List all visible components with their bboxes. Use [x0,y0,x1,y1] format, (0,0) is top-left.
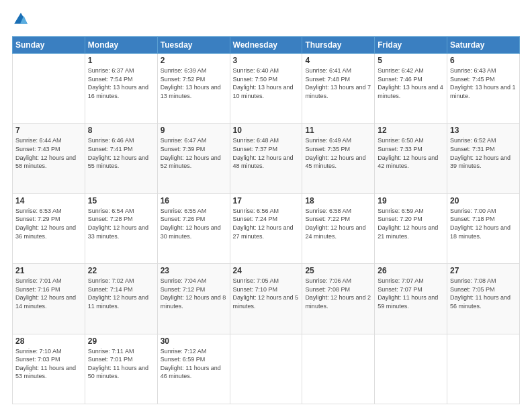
calendar-cell: 18Sunrise: 6:58 AMSunset: 7:22 PMDayligh… [302,193,375,263]
day-number: 28 [15,336,82,346]
day-detail: Sunrise: 7:04 AMSunset: 7:12 PMDaylight:… [161,277,227,310]
day-detail: Sunrise: 7:00 AMSunset: 7:18 PMDaylight:… [450,207,517,240]
weekday-header-monday: Monday [85,37,157,54]
day-number: 26 [378,266,444,275]
calendar-cell: 5Sunrise: 6:42 AMSunset: 7:46 PMDaylight… [375,54,447,124]
weekday-header-row: SundayMondayTuesdayWednesdayThursdayFrid… [13,37,520,54]
day-detail: Sunrise: 6:46 AMSunset: 7:41 PMDaylight:… [88,136,154,170]
calendar-cell: 25Sunrise: 7:06 AMSunset: 7:08 PMDayligh… [302,264,375,334]
day-number: 29 [88,336,154,346]
day-number: 7 [15,126,82,135]
day-number: 1 [88,56,154,65]
weekday-header-wednesday: Wednesday [230,37,302,54]
calendar-cell: 26Sunrise: 7:07 AMSunset: 7:07 PMDayligh… [375,264,447,334]
calendar-cell: 6Sunrise: 6:43 AMSunset: 7:45 PMDaylight… [447,54,520,124]
calendar-cell: 7Sunrise: 6:44 AMSunset: 7:43 PMDaylight… [13,124,85,193]
day-number: 13 [450,126,517,135]
calendar-cell: 20Sunrise: 7:00 AMSunset: 7:18 PMDayligh… [447,193,520,263]
day-detail: Sunrise: 7:08 AMSunset: 7:05 PMDaylight:… [450,277,517,310]
day-detail: Sunrise: 6:44 AMSunset: 7:43 PMDaylight:… [15,136,82,170]
day-number: 10 [233,126,300,135]
logo [12,12,28,30]
calendar-cell: 19Sunrise: 6:59 AMSunset: 7:20 PMDayligh… [375,193,447,263]
day-number: 15 [88,196,154,205]
day-detail: Sunrise: 6:48 AMSunset: 7:37 PMDaylight:… [233,136,300,170]
day-detail: Sunrise: 7:10 AMSunset: 7:03 PMDaylight:… [15,347,82,381]
day-detail: Sunrise: 6:58 AMSunset: 7:22 PMDaylight:… [305,207,371,240]
day-detail: Sunrise: 7:01 AMSunset: 7:16 PMDaylight:… [15,277,82,310]
day-detail: Sunrise: 6:42 AMSunset: 7:46 PMDaylight:… [378,66,444,100]
calendar-cell: 3Sunrise: 6:40 AMSunset: 7:50 PMDaylight… [230,54,302,124]
day-number: 8 [88,126,154,135]
calendar-cell: 4Sunrise: 6:41 AMSunset: 7:48 PMDaylight… [302,54,375,124]
day-detail: Sunrise: 6:56 AMSunset: 7:24 PMDaylight:… [233,207,300,240]
calendar-cell: 12Sunrise: 6:50 AMSunset: 7:33 PMDayligh… [375,124,447,193]
day-number: 9 [161,126,227,135]
calendar-cell: 30Sunrise: 7:12 AMSunset: 6:59 PMDayligh… [157,334,230,404]
day-number: 16 [161,196,227,205]
day-number: 5 [378,56,444,65]
day-number: 4 [305,56,371,65]
calendar-cell: 11Sunrise: 6:49 AMSunset: 7:35 PMDayligh… [302,124,375,193]
day-detail: Sunrise: 6:52 AMSunset: 7:31 PMDaylight:… [450,136,517,170]
calendar-cell: 21Sunrise: 7:01 AMSunset: 7:16 PMDayligh… [13,264,85,334]
day-number: 14 [15,196,82,205]
calendar-cell: 16Sunrise: 6:55 AMSunset: 7:26 PMDayligh… [157,193,230,263]
week-row-1: 1Sunrise: 6:37 AMSunset: 7:54 PMDaylight… [13,54,520,124]
day-number: 12 [378,126,444,135]
day-detail: Sunrise: 7:07 AMSunset: 7:07 PMDaylight:… [378,277,444,310]
calendar-cell [230,334,302,404]
calendar-cell: 15Sunrise: 6:54 AMSunset: 7:28 PMDayligh… [85,193,157,263]
day-number: 17 [233,196,300,205]
calendar-cell: 24Sunrise: 7:05 AMSunset: 7:10 PMDayligh… [230,264,302,334]
day-detail: Sunrise: 6:53 AMSunset: 7:29 PMDaylight:… [15,207,82,240]
calendar-cell [375,334,447,404]
day-detail: Sunrise: 6:54 AMSunset: 7:28 PMDaylight:… [88,207,154,240]
week-row-5: 28Sunrise: 7:10 AMSunset: 7:03 PMDayligh… [13,334,520,404]
calendar-cell: 14Sunrise: 6:53 AMSunset: 7:29 PMDayligh… [13,193,85,263]
calendar-cell: 2Sunrise: 6:39 AMSunset: 7:52 PMDaylight… [157,54,230,124]
day-number: 20 [450,196,517,205]
day-detail: Sunrise: 7:02 AMSunset: 7:14 PMDaylight:… [88,277,154,310]
day-number: 2 [161,56,227,65]
day-detail: Sunrise: 6:43 AMSunset: 7:45 PMDaylight:… [450,66,517,100]
day-detail: Sunrise: 6:59 AMSunset: 7:20 PMDaylight:… [378,207,444,240]
calendar-cell: 10Sunrise: 6:48 AMSunset: 7:37 PMDayligh… [230,124,302,193]
day-detail: Sunrise: 6:41 AMSunset: 7:48 PMDaylight:… [305,66,371,100]
calendar-cell [13,54,85,124]
weekday-header-thursday: Thursday [302,37,375,54]
calendar-cell: 17Sunrise: 6:56 AMSunset: 7:24 PMDayligh… [230,193,302,263]
calendar-cell: 13Sunrise: 6:52 AMSunset: 7:31 PMDayligh… [447,124,520,193]
day-number: 18 [305,196,371,205]
calendar-cell: 27Sunrise: 7:08 AMSunset: 7:05 PMDayligh… [447,264,520,334]
day-detail: Sunrise: 6:49 AMSunset: 7:35 PMDaylight:… [305,136,371,170]
day-detail: Sunrise: 7:11 AMSunset: 7:01 PMDaylight:… [88,347,154,381]
day-number: 3 [233,56,300,65]
calendar-cell: 9Sunrise: 6:47 AMSunset: 7:39 PMDaylight… [157,124,230,193]
day-number: 23 [161,266,227,275]
day-number: 22 [88,266,154,275]
calendar-cell: 22Sunrise: 7:02 AMSunset: 7:14 PMDayligh… [85,264,157,334]
calendar-cell [302,334,375,404]
day-number: 30 [161,336,227,346]
day-detail: Sunrise: 6:55 AMSunset: 7:26 PMDaylight:… [161,207,227,240]
day-detail: Sunrise: 6:40 AMSunset: 7:50 PMDaylight:… [233,66,300,100]
day-number: 27 [450,266,517,275]
day-detail: Sunrise: 6:50 AMSunset: 7:33 PMDaylight:… [378,136,444,170]
page: SundayMondayTuesdayWednesdayThursdayFrid… [0,0,532,411]
day-detail: Sunrise: 7:05 AMSunset: 7:10 PMDaylight:… [233,277,300,310]
logo-icon [13,12,28,27]
weekday-header-friday: Friday [375,37,447,54]
logo-block [12,12,28,30]
day-number: 11 [305,126,371,135]
day-detail: Sunrise: 6:47 AMSunset: 7:39 PMDaylight:… [161,136,227,170]
header [12,12,520,30]
day-detail: Sunrise: 7:06 AMSunset: 7:08 PMDaylight:… [305,277,371,310]
week-row-3: 14Sunrise: 6:53 AMSunset: 7:29 PMDayligh… [13,193,520,263]
calendar-cell: 28Sunrise: 7:10 AMSunset: 7:03 PMDayligh… [13,334,85,404]
weekday-header-sunday: Sunday [13,37,85,54]
day-detail: Sunrise: 6:37 AMSunset: 7:54 PMDaylight:… [88,66,154,100]
calendar-cell [447,334,520,404]
calendar-table: SundayMondayTuesdayWednesdayThursdayFrid… [12,36,520,404]
day-number: 19 [378,196,444,205]
